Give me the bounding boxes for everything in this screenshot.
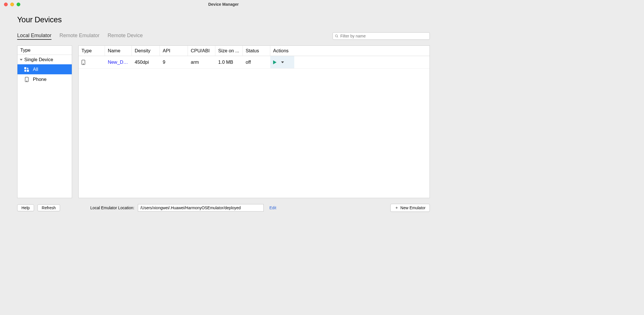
window-close-button[interactable]	[4, 3, 8, 6]
sidebar-item-all[interactable]: All	[17, 64, 72, 74]
filter-input[interactable]	[340, 34, 428, 38]
cell-api: 9	[160, 56, 188, 68]
col-actions[interactable]: Actions	[270, 46, 294, 56]
col-api[interactable]: API	[160, 46, 188, 56]
window: Device Manager Your Devices Local Emulat…	[0, 0, 447, 219]
tab-remote-emulator[interactable]: Remote Emulator	[59, 33, 100, 40]
sidebar-item-label: All	[33, 67, 38, 72]
help-button[interactable]: Help	[17, 204, 34, 211]
cell-actions	[270, 56, 294, 68]
svg-point-5	[83, 63, 84, 64]
play-icon[interactable]	[273, 60, 277, 64]
titlebar: Device Manager	[0, 0, 447, 9]
new-emulator-label: New Emulator	[400, 206, 426, 210]
svg-point-3	[26, 81, 27, 81]
new-emulator-button[interactable]: ＋ New Emulator	[390, 204, 430, 212]
tabs: Local Emulator Remote Emulator Remote De…	[17, 33, 333, 40]
sidebar-item-label: Phone	[33, 77, 47, 82]
sidebar-item-phone[interactable]: Phone	[17, 74, 72, 84]
body-row: Type Single Device All	[17, 45, 430, 198]
sidebar-group-label: Single Device	[24, 57, 53, 62]
col-density[interactable]: Density	[132, 46, 160, 56]
col-size[interactable]: Size on ...	[215, 46, 243, 56]
content-area: Your Devices Local Emulator Remote Emula…	[0, 9, 447, 219]
tabs-row: Local Emulator Remote Emulator Remote De…	[17, 32, 430, 40]
refresh-button[interactable]: Refresh	[37, 204, 60, 211]
col-cpu-abi[interactable]: CPU/ABI	[188, 46, 215, 56]
sidebar: Type Single Device All	[17, 45, 72, 198]
sidebar-group-single-device[interactable]: Single Device	[17, 55, 72, 64]
cell-status: off	[243, 56, 270, 68]
cell-size: 1.0 MB	[215, 56, 243, 68]
tab-remote-device[interactable]: Remote Device	[108, 33, 143, 40]
devices-table: Type Name Density API CPU/ABI Size on ..…	[78, 45, 430, 198]
col-name[interactable]: Name	[105, 46, 132, 56]
window-title: Device Manager	[208, 2, 239, 7]
page-title: Your Devices	[17, 15, 430, 24]
cell-type-icon	[79, 56, 105, 68]
table-header-row: Type Name Density API CPU/ABI Size on ..…	[79, 46, 430, 56]
device-phone-icon	[24, 77, 29, 82]
device-phone-icon	[82, 60, 102, 65]
edit-location-link[interactable]: Edit	[269, 206, 276, 210]
chevron-down-icon[interactable]	[281, 61, 284, 63]
search-icon	[335, 34, 339, 38]
footer: Help Refresh Local Emulator Location: Ed…	[17, 198, 430, 212]
svg-point-0	[335, 35, 338, 37]
filter-search[interactable]	[333, 32, 430, 40]
cell-name[interactable]: New_De...	[105, 56, 132, 68]
grid-all-icon	[24, 67, 29, 72]
cell-cpu-abi: arm	[188, 56, 215, 68]
table-row[interactable]: New_De... 450dpi 9 arm 1.0 MB off	[79, 56, 430, 69]
sidebar-header: Type	[17, 46, 72, 55]
tab-local-emulator[interactable]: Local Emulator	[17, 33, 51, 40]
col-type[interactable]: Type	[79, 46, 105, 56]
window-minimize-button[interactable]	[10, 3, 14, 6]
svg-line-1	[337, 37, 338, 37]
cell-density: 450dpi	[132, 56, 160, 68]
location-label: Local Emulator Location:	[90, 206, 134, 210]
chevron-down-icon	[20, 59, 23, 61]
traffic-lights	[4, 3, 20, 6]
window-maximize-button[interactable]	[17, 3, 20, 6]
emulator-location-input[interactable]	[138, 204, 264, 212]
col-status[interactable]: Status	[243, 46, 270, 56]
plus-icon: ＋	[395, 205, 399, 210]
